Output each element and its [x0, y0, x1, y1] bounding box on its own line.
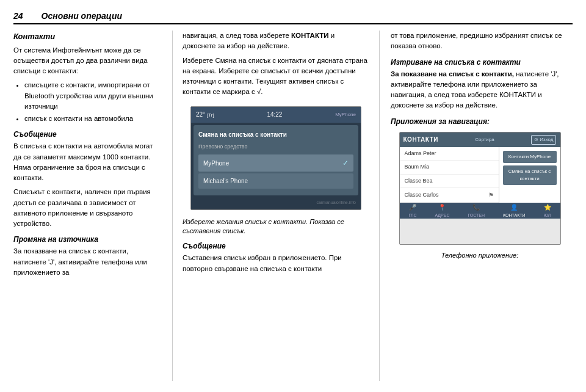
left-para2-heading: Промяна на източника	[13, 234, 161, 245]
screen2-exit[interactable]: ⊙ Изход	[531, 135, 557, 145]
screen1-container: 22° [Tr] 14:22 MyPhone Смяна на списъка …	[183, 101, 369, 215]
screen2-container: КОНТАКТИ Сортира ⊙ Изход Adams Peter Bau…	[391, 128, 569, 264]
screen1: 22° [Tr] 14:22 MyPhone Смяна на списъка …	[190, 106, 361, 210]
mid-caption: Изберете желания списък с контакти. Пока…	[183, 217, 369, 236]
content-columns: Контакти От система Инфотейнмънт може да…	[13, 31, 573, 381]
side-btn-myphone[interactable]: Контакти MyPhone	[503, 151, 557, 163]
left-intro: От система Инфотейнмънт може да се осъще…	[13, 45, 161, 77]
screen1-dialog: Смяна на списъка с контакти Превозно сре…	[194, 125, 358, 196]
mid-para1: навигация, а след това изберете КОНТАКТИ…	[183, 31, 369, 52]
contact-classe-bea[interactable]: Classe Bea	[400, 175, 499, 189]
note2-text: Съставения списък избран в приложението.…	[183, 253, 369, 274]
screen1-temp: 22° [Tr]	[196, 110, 214, 119]
note-heading-2: Съобщение	[183, 241, 369, 252]
screen2: КОНТАКТИ Сортира ⊙ Изход Adams Peter Bau…	[399, 132, 561, 245]
screen2-title: КОНТАКТИ	[403, 135, 438, 144]
checkmark-icon: ✓	[342, 158, 349, 169]
flag-icon: ⚑	[488, 191, 494, 200]
right-para2: За показване на списък с контакти, натис…	[391, 69, 569, 111]
bottom-btn-gls[interactable]: 🎤 ГЛС	[408, 203, 416, 219]
note-heading-1: Съобщение	[13, 129, 161, 140]
screen2-bottom-bar: 🎤 ГЛС 📍 АДРЕС 📞 ГОСТЕН 👤	[400, 203, 560, 219]
left-para2: За показване на списък с контакти, натис…	[13, 246, 161, 278]
bullet-item-1: списъците с контакти, импортирани от Blu…	[24, 80, 161, 112]
right-caption: Телефонно приложение:	[441, 251, 518, 260]
watermark: carmanualonline.info	[316, 200, 356, 206]
bullet-item-2: списък с контакти на автомобила	[24, 114, 161, 124]
page-title: Основни операции	[42, 11, 122, 21]
note-text-1: В списъка с контакти на автомобила могат…	[13, 141, 161, 183]
screen1-brand: MyPhone	[335, 111, 356, 118]
gls-icon: 🎤	[409, 203, 416, 212]
bottom-btn-kontakti[interactable]: 👤 КОНТАКТИ	[503, 203, 526, 219]
screen2-body: Adams Peter Baum Mia Classe Bea Classe C…	[400, 147, 560, 203]
dialog-option-1[interactable]: MyPhone ✓	[198, 154, 353, 172]
left-para1: Списъкът с контакти, наличен при първия …	[13, 187, 161, 229]
bullet-list: списъците с контакти, импортирани от Blu…	[13, 80, 161, 124]
screen1-time: 14:22	[267, 110, 282, 119]
contact-classe-carlos[interactable]: Classe Carlos ⚑	[400, 188, 499, 203]
dialog-subtitle: Превозно средство	[198, 143, 353, 151]
screen2-header: КОНТАКТИ Сортира ⊙ Изход	[400, 132, 560, 147]
yul-icon: ⭐	[544, 203, 551, 212]
col-left: Контакти От система Инфотейнмънт може да…	[13, 31, 172, 381]
right-para2-heading: Изтриване на списъка с контакти	[391, 57, 569, 68]
right-para1: от това приложение, предишно избраният с…	[391, 31, 569, 52]
dialog-option-2[interactable]: Michael's Phone	[198, 173, 353, 189]
adres-icon: 📍	[438, 203, 446, 212]
col-right: от това приложение, предишно избраният с…	[380, 31, 569, 381]
left-heading: Контакти	[13, 31, 161, 43]
bottom-btn-yul[interactable]: ⭐ ЮЛ	[544, 203, 551, 219]
side-btn-switch[interactable]: Смяна на списък с контакти	[503, 165, 557, 185]
right-para3-heading: Приложения за навигация:	[391, 116, 569, 127]
bottom-btn-adres[interactable]: 📍 АДРЕС	[435, 203, 449, 219]
right-para2-bold: За показване на списък с контакти,	[391, 70, 514, 78]
col-middle: навигация, а след това изберете КОНТАКТИ…	[172, 31, 380, 381]
gost-icon: 📞	[472, 203, 480, 212]
kontakti-icon: 👤	[510, 203, 518, 212]
dialog-title: Смяна на списъка с контакти	[198, 130, 353, 139]
page-header: 24 Основни операции	[13, 11, 573, 24]
contact-baum[interactable]: Baum Mia	[400, 161, 499, 175]
mid-para1-start: навигация, а след това изберете	[183, 32, 289, 39]
screen2-list: Adams Peter Baum Mia Classe Bea Classe C…	[400, 147, 499, 203]
page-number: 24	[13, 11, 23, 21]
bottom-btn-gost[interactable]: 📞 ГОСТЕН	[468, 203, 485, 219]
screen1-top-bar: 22° [Tr] 14:22 MyPhone	[191, 107, 361, 123]
page: 24 Основни операции Контакти От система …	[0, 0, 586, 392]
mid-para2: Изберете Смяна на списък с контакти от д…	[183, 56, 369, 98]
screen2-sidebar: Контакти MyPhone Смяна на списък с конта…	[499, 147, 560, 203]
screen2-sort: Сортира	[475, 136, 494, 143]
contact-adams[interactable]: Adams Peter	[400, 147, 499, 161]
mid-para1-bold: КОНТАКТИ	[291, 32, 328, 39]
